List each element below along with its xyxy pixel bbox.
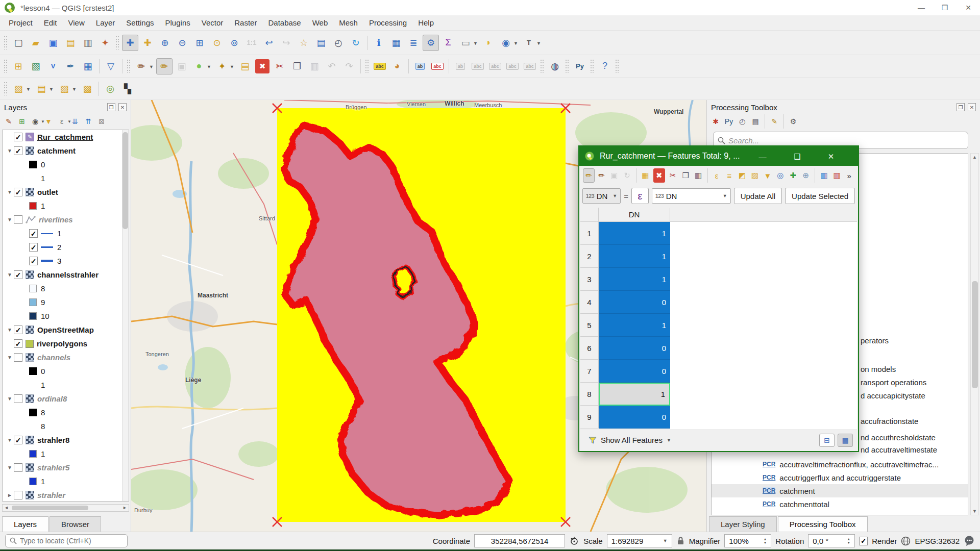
fw-toggle-editing-icon[interactable]: ✏ bbox=[583, 168, 595, 183]
digitize-with-shape-icon[interactable]: ●▼ bbox=[191, 58, 207, 74]
change-label-icon[interactable]: abc bbox=[522, 58, 538, 74]
pin-unpin-labels-icon[interactable]: ab bbox=[452, 58, 469, 74]
current-edits-icon[interactable]: ✏▼ bbox=[133, 58, 150, 74]
menu-raster[interactable]: Raster bbox=[229, 15, 262, 31]
toolbox-item-fragment[interactable]: on models bbox=[861, 365, 896, 373]
toggle-editing-icon[interactable]: ✏ bbox=[156, 58, 173, 74]
fw-cut-icon[interactable]: ✂ bbox=[667, 168, 679, 183]
maximize-button[interactable]: ❐ bbox=[933, 0, 957, 15]
toolbar-handle[interactable] bbox=[4, 82, 8, 95]
attr-close-button[interactable]: ✕ bbox=[823, 151, 839, 163]
measure-icon[interactable]: ▭▼ bbox=[457, 35, 474, 51]
new-bookmark-icon[interactable]: ☆ bbox=[296, 35, 312, 51]
map-tips-icon[interactable]: ◗ bbox=[480, 35, 497, 51]
layer-labeling-icon[interactable]: abc bbox=[372, 58, 388, 74]
fw-reload-icon[interactable]: ↻ bbox=[621, 168, 633, 183]
legend-item[interactable]: 1 bbox=[3, 447, 129, 461]
zoom-next-icon[interactable]: ↪ bbox=[278, 35, 295, 51]
digitize-with-shape-dropdown[interactable]: ▼ bbox=[207, 64, 211, 69]
highlight-labels-icon[interactable]: abc bbox=[429, 58, 446, 74]
processing-panel-float-button[interactable]: ❐ bbox=[957, 103, 965, 111]
fw-overflow-icon[interactable]: » bbox=[843, 168, 855, 183]
zoom-in-icon[interactable]: ⊕ bbox=[157, 35, 173, 51]
dn-cell[interactable]: 0 bbox=[599, 406, 670, 429]
legend-item[interactable]: 8 bbox=[3, 282, 129, 295]
fw-multiedit-icon[interactable]: ✏ bbox=[596, 168, 607, 183]
dn-cell[interactable]: 1 bbox=[599, 383, 670, 406]
layer-item-riverlines[interactable]: ▼riverlines bbox=[3, 213, 129, 227]
legend-item[interactable]: 0 bbox=[3, 158, 129, 171]
row-header[interactable]: 4 bbox=[580, 291, 599, 314]
pt-results-viewer-icon[interactable]: ▤ bbox=[749, 115, 762, 128]
deselect-features-icon[interactable]: ▨▼ bbox=[56, 81, 72, 97]
expander-icon[interactable]: ▼ bbox=[6, 355, 14, 360]
toolbar-handle[interactable] bbox=[616, 60, 619, 73]
toolbar-handle[interactable] bbox=[566, 60, 569, 73]
temporal-controller-icon[interactable]: ◴ bbox=[330, 35, 347, 51]
attr-minimize-button[interactable]: — bbox=[755, 151, 770, 163]
toolbar-handle[interactable] bbox=[116, 36, 119, 49]
layer-tree-hscrollbar[interactable]: ◄► bbox=[2, 504, 129, 512]
menu-view[interactable]: View bbox=[63, 15, 90, 31]
help-contents-icon[interactable]: ? bbox=[597, 58, 613, 74]
expander-icon[interactable]: ▼ bbox=[6, 217, 14, 222]
grid-corner-cell[interactable] bbox=[580, 208, 599, 221]
pt-options-icon[interactable]: ⚙ bbox=[787, 115, 799, 128]
layer-item-riverpolygons[interactable]: ✓riverpolygons bbox=[3, 337, 129, 350]
layer-item-openstreetmap[interactable]: ▼✓OpenStreetMap bbox=[3, 323, 129, 337]
legend-checkbox[interactable]: ✓ bbox=[29, 229, 38, 238]
layer-diagram-icon[interactable]: ◕ bbox=[389, 58, 405, 74]
fw-copy-icon[interactable]: ❐ bbox=[680, 168, 692, 183]
copy-features-icon[interactable]: ❐ bbox=[289, 58, 305, 74]
epsg-status[interactable]: EPSG:32632 bbox=[915, 537, 960, 545]
layer-checkbox[interactable] bbox=[14, 491, 22, 499]
delete-selected-icon[interactable]: ✖ bbox=[255, 59, 270, 73]
menu-processing[interactable]: Processing bbox=[363, 15, 412, 31]
new-geopackage-layer-icon[interactable]: ▧ bbox=[28, 58, 44, 74]
pan-to-selection-icon[interactable]: ✚ bbox=[139, 35, 156, 51]
expander-icon[interactable]: ▼ bbox=[6, 396, 14, 402]
layer-item-channels[interactable]: ▼channels bbox=[3, 350, 129, 364]
legend-item[interactable]: 0 bbox=[3, 364, 129, 378]
modify-attributes-icon[interactable]: ▤ bbox=[237, 58, 253, 74]
layer-checkbox[interactable]: ✓ bbox=[14, 146, 22, 155]
expander-icon[interactable]: ▼ bbox=[6, 189, 14, 195]
toolbox-algorithm-accutriggerflux-and-accu[interactable]: PCRaccutriggerflux and accutriggerstate bbox=[712, 471, 968, 484]
new-temporary-scratch-layer-icon[interactable]: ▦ bbox=[80, 58, 96, 74]
fw-deselect-all-icon[interactable]: ▨ bbox=[749, 168, 761, 183]
fw-magnifier-icon[interactable]: ⊕ bbox=[800, 168, 812, 183]
legend-checkbox[interactable]: ✓ bbox=[29, 257, 38, 265]
menu-layer[interactable]: Layer bbox=[90, 15, 121, 31]
refresh-map-icon[interactable]: ↻ bbox=[348, 35, 364, 51]
style-manager-icon[interactable]: ✦ bbox=[97, 35, 113, 51]
locate-input[interactable] bbox=[20, 537, 123, 545]
save-project-icon[interactable]: ▣ bbox=[45, 35, 61, 51]
new-geojson-layer-icon[interactable]: ✒ bbox=[62, 58, 79, 74]
feature-filter-dropdown[interactable]: Show All Features ▼ bbox=[584, 434, 675, 446]
tab-layer-styling[interactable]: Layer Styling bbox=[709, 516, 777, 532]
fw-invert-selection-icon[interactable]: ◩ bbox=[736, 168, 748, 183]
layer-checkbox[interactable]: ✓ bbox=[14, 436, 22, 444]
advanced-digitizing-icon[interactable]: ✦▼ bbox=[214, 58, 230, 74]
extents-icon[interactable] bbox=[569, 536, 579, 546]
layer-item-rur_catchment[interactable]: ✓✎Rur_catchment bbox=[3, 130, 129, 144]
update-selected-button[interactable]: Update Selected bbox=[785, 188, 855, 204]
legend-item[interactable]: 1 bbox=[3, 171, 129, 185]
pt-history-icon[interactable]: ◴ bbox=[736, 115, 748, 128]
rotate-label-icon[interactable]: abc bbox=[504, 58, 521, 74]
open-attribute-table-icon[interactable]: ▦ bbox=[388, 35, 404, 51]
show-hide-labels-icon[interactable]: abc bbox=[470, 58, 486, 74]
field-select-combo[interactable]: 123 DN ▼ bbox=[582, 188, 621, 204]
menu-plugins[interactable]: Plugins bbox=[160, 15, 196, 31]
remove-layer-icon[interactable]: ⊠ bbox=[95, 115, 108, 128]
row-header[interactable]: 3 bbox=[580, 268, 599, 291]
crs-globe-icon[interactable] bbox=[901, 536, 911, 546]
select-by-location-icon[interactable]: ▩ bbox=[79, 81, 95, 97]
layer-item-ordinal8[interactable]: ▼ordinal8 bbox=[3, 392, 129, 406]
identify-features-icon[interactable]: ℹ bbox=[371, 35, 387, 51]
layer-checkbox[interactable] bbox=[14, 353, 22, 362]
legend-item[interactable]: ✓3 bbox=[3, 254, 129, 268]
text-annotation-icon[interactable]: T▼ bbox=[521, 35, 537, 51]
legend-item[interactable]: 8 bbox=[3, 419, 129, 433]
fw-delete-selected-icon[interactable]: ✖ bbox=[653, 168, 665, 183]
